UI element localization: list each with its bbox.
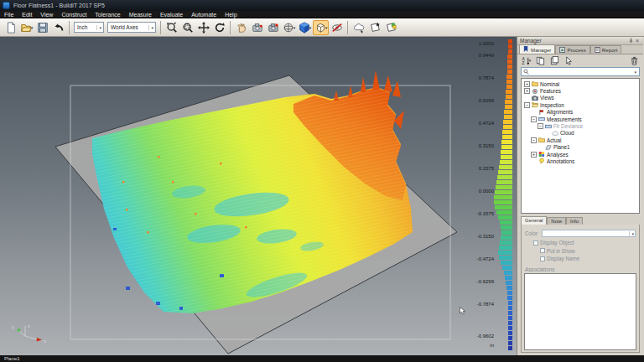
tree-item-analyses[interactable]: +Analyses (522, 151, 639, 158)
tab-report[interactable]: Report (590, 45, 622, 54)
colorbar-tick: -0.9602 (469, 334, 494, 339)
search-box[interactable]: ▾ (521, 67, 640, 76)
box-view-button[interactable]: ▾ (313, 20, 329, 35)
manager-toolbar: AZ▾ (517, 54, 643, 66)
display-options: Display ObjectPut in ShowDisplay Name (523, 239, 637, 263)
cloud-tool-button[interactable] (351, 20, 366, 35)
unit-select[interactable]: Inch▾ (74, 22, 104, 33)
colorbar-tick: 0.0000 (469, 189, 494, 194)
tree-item-alignments[interactable]: Alignments (522, 109, 639, 116)
select-arrow-button[interactable] (563, 55, 575, 65)
menu-edit[interactable]: Edit (18, 11, 36, 18)
grab-view-button[interactable] (233, 20, 249, 35)
menu-construct[interactable]: Construct (57, 11, 91, 18)
colorbar-tick: -0.1575 (469, 211, 494, 216)
floor-flatness-heatmap (0, 37, 517, 355)
hide-object-button[interactable] (329, 20, 345, 35)
histogram-bin (508, 44, 512, 49)
sort-az-button[interactable]: AZ▾ (520, 55, 532, 65)
expand-toggle[interactable]: + (524, 88, 530, 94)
histogram-bin (502, 130, 512, 134)
menu-tolerance[interactable]: Tolerance (91, 11, 124, 18)
axes-select[interactable]: World Axes▾ (107, 22, 156, 33)
expand-toggle[interactable]: − (538, 123, 543, 129)
save-document-button[interactable] (34, 20, 50, 35)
pan-view-button[interactable] (195, 20, 211, 35)
tab-manager[interactable]: Manager (519, 44, 555, 54)
detail-tab-general[interactable]: General (521, 216, 547, 225)
histogram-bin (501, 235, 512, 240)
expand-toggle[interactable]: − (531, 137, 537, 143)
new-document-button[interactable] (3, 20, 18, 35)
expand-toggle[interactable]: − (524, 102, 530, 108)
menu-file[interactable]: File (0, 11, 18, 18)
manager-panel-title: Manager (520, 38, 627, 44)
tree-item-flr-deviance[interactable]: −Flr Deviance (522, 122, 639, 129)
tree-item-actual[interactable]: −Actual (522, 137, 639, 143)
record-video-button[interactable] (265, 20, 281, 35)
histogram-bin (508, 331, 512, 335)
menu-measure[interactable]: Measure (125, 11, 156, 18)
polygon-star-tool-button[interactable] (366, 20, 382, 35)
tree-item-plane1[interactable]: Plane1 (522, 144, 639, 151)
tree-item-inspection[interactable]: −Inspection (522, 101, 639, 108)
zoom-selection-button[interactable] (179, 20, 195, 35)
menu-automate[interactable]: Automate (187, 11, 221, 18)
colorbar-tick: 0.1575 (469, 166, 494, 171)
color-dropdown[interactable]: ▾ (542, 230, 636, 237)
detail-tab-note[interactable]: Note (547, 217, 566, 225)
tree-item-features[interactable]: +Features (522, 87, 639, 94)
rotate-view-button[interactable] (211, 20, 227, 35)
copy-item-button[interactable] (534, 55, 547, 65)
histogram-bin (508, 316, 512, 320)
histogram-bin (504, 115, 512, 119)
undo-button[interactable] (50, 20, 66, 35)
tree-item-measurements[interactable]: −Measurements (522, 116, 639, 122)
associations-list[interactable] (524, 273, 636, 351)
cloud-icon (552, 130, 558, 137)
colorbar-tick: 1.0000 (469, 41, 494, 46)
histogram-bin (494, 195, 512, 199)
pin-icon[interactable] (627, 38, 634, 44)
shaded-view-button[interactable]: ▾ (297, 20, 313, 35)
tree-item-annotations[interactable]: Annotations (522, 158, 639, 164)
histogram-bin (508, 346, 512, 350)
title-bar: Floor Flatness1 - BuildIT 2017 SP5 (0, 0, 644, 11)
tree-item-cloud[interactable]: Cloud (522, 130, 639, 137)
histogram-bin (497, 175, 512, 179)
menu-view[interactable]: View (36, 11, 57, 18)
delete-item-button[interactable] (628, 55, 641, 65)
close-icon[interactable]: × (634, 38, 641, 44)
y-axis-label: y (12, 324, 14, 329)
polygon-fill-tool-button[interactable] (382, 20, 398, 35)
checkbox-display-name[interactable]: Display Name (540, 255, 637, 263)
search-dropdown-caret[interactable]: ▾ (632, 70, 637, 75)
checkbox-put-in-show[interactable]: Put in Show (540, 247, 637, 256)
duplicate-item-button[interactable] (548, 55, 561, 65)
3d-viewport[interactable]: z y x 1.00000.94490.78740.62990.47240.31… (0, 37, 517, 355)
histogram-bin (503, 120, 512, 124)
zoom-window-button[interactable] (164, 20, 179, 35)
expand-toggle[interactable]: + (524, 81, 530, 87)
menu-help[interactable]: Help (221, 11, 241, 18)
colorbar-tick: -0.6299 (469, 279, 494, 284)
object-tree: +Nominal+FeaturesViews−InspectionAlignme… (521, 78, 640, 214)
expand-toggle[interactable]: − (531, 116, 537, 122)
open-document-button[interactable]: ▾ (18, 20, 34, 35)
detail-tab-info[interactable]: Info (566, 217, 583, 225)
capture-image-button[interactable] (249, 20, 265, 35)
status-text: Plane1 (4, 356, 20, 361)
tree-item-nominal[interactable]: +Nominal (522, 80, 639, 87)
render-mode-button[interactable]: ▾ (281, 20, 297, 35)
histogram-bin (501, 225, 512, 230)
histogram-bin (508, 341, 512, 345)
app-icon (3, 2, 10, 9)
checkbox-display-object[interactable]: Display Object (533, 239, 637, 247)
tree-item-views[interactable]: Views (522, 95, 639, 101)
color-label: Color (525, 230, 538, 236)
expand-toggle[interactable]: + (531, 152, 537, 158)
tab-process[interactable]: Process (555, 45, 589, 54)
menu-evaluate[interactable]: Evaluate (156, 11, 187, 18)
manager-tab-bar: ManagerProcessReport (517, 45, 643, 54)
histogram-bin (504, 110, 512, 114)
